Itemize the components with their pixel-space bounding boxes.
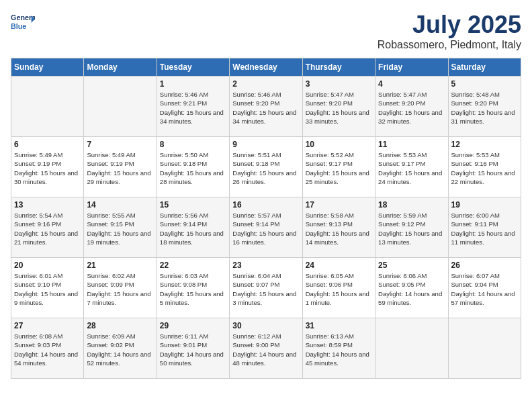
calendar-cell: 19Sunrise: 6:00 AM Sunset: 9:11 PM Dayli… — [448, 197, 521, 258]
calendar-cell: 28Sunrise: 6:09 AM Sunset: 9:02 PM Dayli… — [84, 318, 157, 379]
calendar-cell: 2Sunrise: 5:46 AM Sunset: 9:20 PM Daylig… — [230, 77, 302, 137]
day-number: 14 — [87, 200, 153, 210]
logo: General Blue — [11, 11, 35, 35]
calendar-cell: 26Sunrise: 6:07 AM Sunset: 9:04 PM Dayli… — [448, 258, 521, 318]
calendar-cell: 23Sunrise: 6:04 AM Sunset: 9:07 PM Dayli… — [230, 258, 302, 318]
day-number: 19 — [451, 200, 518, 210]
day-number: 30 — [232, 321, 299, 330]
day-info: Sunrise: 5:48 AM Sunset: 9:20 PM Dayligh… — [451, 90, 518, 126]
calendar-week-row: 27Sunrise: 6:08 AM Sunset: 9:03 PM Dayli… — [11, 318, 521, 379]
day-number: 6 — [14, 140, 81, 149]
day-number: 7 — [87, 140, 153, 149]
day-info: Sunrise: 5:59 AM Sunset: 9:12 PM Dayligh… — [378, 211, 445, 246]
header-cell-sunday: Sunday — [11, 58, 84, 77]
day-info: Sunrise: 6:06 AM Sunset: 9:05 PM Dayligh… — [378, 271, 445, 307]
day-info: Sunrise: 5:46 AM Sunset: 9:20 PM Dayligh… — [232, 90, 299, 126]
calendar-cell: 13Sunrise: 5:54 AM Sunset: 9:16 PM Dayli… — [11, 197, 84, 258]
day-number: 20 — [14, 261, 81, 270]
calendar-cell: 1Sunrise: 5:46 AM Sunset: 9:21 PM Daylig… — [157, 77, 229, 137]
day-info: Sunrise: 5:51 AM Sunset: 9:18 PM Dayligh… — [232, 150, 299, 186]
day-number: 28 — [87, 321, 153, 330]
calendar-cell: 20Sunrise: 6:01 AM Sunset: 9:10 PM Dayli… — [11, 258, 84, 318]
calendar-cell — [448, 318, 521, 379]
day-info: Sunrise: 6:09 AM Sunset: 9:02 PM Dayligh… — [87, 332, 153, 367]
day-number: 27 — [14, 321, 81, 330]
day-info: Sunrise: 5:49 AM Sunset: 9:19 PM Dayligh… — [87, 150, 153, 186]
title-area: July 2025 Robassomero, Piedmont, Italy — [378, 11, 521, 51]
calendar-cell — [11, 77, 84, 137]
calendar-cell: 11Sunrise: 5:53 AM Sunset: 9:17 PM Dayli… — [375, 137, 448, 197]
day-info: Sunrise: 5:58 AM Sunset: 9:13 PM Dayligh… — [306, 211, 372, 246]
calendar-cell: 8Sunrise: 5:50 AM Sunset: 9:18 PM Daylig… — [157, 137, 229, 197]
calendar-cell: 10Sunrise: 5:52 AM Sunset: 9:17 PM Dayli… — [302, 137, 375, 197]
day-number: 11 — [378, 140, 445, 149]
day-info: Sunrise: 5:55 AM Sunset: 9:15 PM Dayligh… — [87, 211, 153, 246]
logo-icon: General Blue — [11, 11, 35, 35]
day-number: 25 — [378, 261, 445, 270]
header-cell-wednesday: Wednesday — [230, 58, 302, 77]
day-info: Sunrise: 5:50 AM Sunset: 9:18 PM Dayligh… — [160, 150, 226, 186]
calendar-cell: 9Sunrise: 5:51 AM Sunset: 9:18 PM Daylig… — [230, 137, 302, 197]
header-cell-friday: Friday — [375, 58, 448, 77]
calendar-cell: 29Sunrise: 6:11 AM Sunset: 9:01 PM Dayli… — [157, 318, 229, 379]
calendar-table: SundayMondayTuesdayWednesdayThursdayFrid… — [11, 58, 521, 379]
calendar-week-row: 13Sunrise: 5:54 AM Sunset: 9:16 PM Dayli… — [11, 197, 521, 258]
day-info: Sunrise: 5:54 AM Sunset: 9:16 PM Dayligh… — [14, 211, 81, 246]
day-info: Sunrise: 5:47 AM Sunset: 9:20 PM Dayligh… — [378, 90, 445, 126]
day-info: Sunrise: 6:00 AM Sunset: 9:11 PM Dayligh… — [451, 211, 518, 246]
calendar-cell: 14Sunrise: 5:55 AM Sunset: 9:15 PM Dayli… — [84, 197, 157, 258]
calendar-cell: 22Sunrise: 6:03 AM Sunset: 9:08 PM Dayli… — [157, 258, 229, 318]
calendar-cell: 18Sunrise: 5:59 AM Sunset: 9:12 PM Dayli… — [375, 197, 448, 258]
calendar-cell: 31Sunrise: 6:13 AM Sunset: 8:59 PM Dayli… — [302, 318, 375, 379]
calendar-week-row: 1Sunrise: 5:46 AM Sunset: 9:21 PM Daylig… — [11, 77, 521, 137]
day-number: 18 — [378, 200, 445, 210]
day-info: Sunrise: 6:07 AM Sunset: 9:04 PM Dayligh… — [451, 271, 518, 307]
day-number: 13 — [14, 200, 81, 210]
calendar-header-row: SundayMondayTuesdayWednesdayThursdayFrid… — [11, 58, 521, 77]
day-number: 23 — [232, 261, 299, 270]
day-info: Sunrise: 6:01 AM Sunset: 9:10 PM Dayligh… — [14, 271, 81, 307]
day-info: Sunrise: 6:05 AM Sunset: 9:06 PM Dayligh… — [306, 271, 372, 307]
day-number: 2 — [232, 79, 299, 89]
day-number: 24 — [306, 261, 372, 270]
day-number: 17 — [306, 200, 372, 210]
day-info: Sunrise: 6:12 AM Sunset: 9:00 PM Dayligh… — [232, 332, 299, 367]
day-info: Sunrise: 5:53 AM Sunset: 9:17 PM Dayligh… — [378, 150, 445, 186]
day-info: Sunrise: 5:46 AM Sunset: 9:21 PM Dayligh… — [160, 90, 226, 126]
header-cell-tuesday: Tuesday — [157, 58, 229, 77]
day-number: 8 — [160, 140, 226, 149]
header-cell-thursday: Thursday — [302, 58, 375, 77]
day-number: 16 — [232, 200, 299, 210]
calendar-cell: 3Sunrise: 5:47 AM Sunset: 9:20 PM Daylig… — [302, 77, 375, 137]
calendar-cell — [84, 77, 157, 137]
calendar-cell: 25Sunrise: 6:06 AM Sunset: 9:05 PM Dayli… — [375, 258, 448, 318]
day-number: 12 — [451, 140, 518, 149]
day-number: 5 — [451, 79, 518, 89]
calendar-cell: 17Sunrise: 5:58 AM Sunset: 9:13 PM Dayli… — [302, 197, 375, 258]
day-number: 21 — [87, 261, 153, 270]
header-cell-saturday: Saturday — [448, 58, 521, 77]
svg-text:Blue: Blue — [11, 22, 26, 30]
calendar-week-row: 6Sunrise: 5:49 AM Sunset: 9:19 PM Daylig… — [11, 137, 521, 197]
calendar-cell: 4Sunrise: 5:47 AM Sunset: 9:20 PM Daylig… — [375, 77, 448, 137]
calendar-cell: 16Sunrise: 5:57 AM Sunset: 9:14 PM Dayli… — [230, 197, 302, 258]
calendar-cell — [375, 318, 448, 379]
header-cell-monday: Monday — [84, 58, 157, 77]
month-year: July 2025 — [378, 11, 521, 39]
day-info: Sunrise: 5:57 AM Sunset: 9:14 PM Dayligh… — [232, 211, 299, 246]
calendar-cell: 27Sunrise: 6:08 AM Sunset: 9:03 PM Dayli… — [11, 318, 84, 379]
day-info: Sunrise: 6:03 AM Sunset: 9:08 PM Dayligh… — [160, 271, 226, 307]
calendar-cell: 21Sunrise: 6:02 AM Sunset: 9:09 PM Dayli… — [84, 258, 157, 318]
day-info: Sunrise: 5:53 AM Sunset: 9:16 PM Dayligh… — [451, 150, 518, 186]
day-info: Sunrise: 5:47 AM Sunset: 9:20 PM Dayligh… — [306, 90, 372, 126]
day-info: Sunrise: 6:11 AM Sunset: 9:01 PM Dayligh… — [160, 332, 226, 367]
calendar-cell: 12Sunrise: 5:53 AM Sunset: 9:16 PM Dayli… — [448, 137, 521, 197]
day-number: 26 — [451, 261, 518, 270]
day-number: 3 — [306, 79, 372, 89]
calendar-cell: 30Sunrise: 6:12 AM Sunset: 9:00 PM Dayli… — [230, 318, 302, 379]
day-number: 31 — [306, 321, 372, 330]
calendar-cell: 15Sunrise: 5:56 AM Sunset: 9:14 PM Dayli… — [157, 197, 229, 258]
header: General Blue July 2025 Robassomero, Pied… — [11, 11, 521, 51]
location: Robassomero, Piedmont, Italy — [378, 39, 521, 51]
day-number: 1 — [160, 79, 226, 89]
